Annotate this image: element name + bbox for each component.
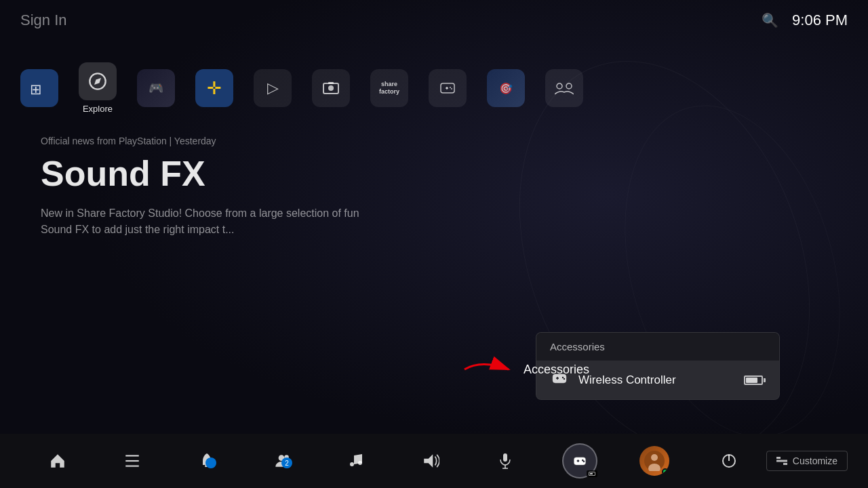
nav-icon-gaming [429, 69, 467, 107]
taskbar-music[interactable] [319, 452, 393, 470]
taskbar-library[interactable] [95, 452, 170, 470]
taskbar-power[interactable] [692, 452, 766, 470]
taskbar-accessories[interactable] [542, 443, 617, 479]
nav-item-all[interactable]: ⊞ [20, 69, 58, 107]
customize-label: Customize [793, 455, 837, 466]
nav-item-game2[interactable]: 🎯 [487, 69, 525, 107]
news-description: New in Share Factory Studio! Choose from… [41, 205, 380, 238]
nav-item-gaming[interactable] [429, 69, 467, 107]
nav-item-psapp[interactable]: ▷ [254, 69, 292, 107]
nav-icon-psplus: ✛ [195, 69, 233, 107]
news-title: Sound FX [41, 155, 380, 193]
customize-area: Customize [766, 451, 848, 471]
svg-point-10 [451, 88, 452, 89]
svg-rect-20 [125, 455, 139, 456]
svg-rect-30 [503, 453, 507, 462]
news-meta: Official news from PlayStation | Yesterd… [41, 136, 380, 146]
taskbar: 2 [0, 434, 868, 488]
nav-label-explore: Explore [83, 104, 113, 114]
taskbar-profile[interactable] [617, 446, 692, 476]
topbar: Sign In 🔍 9:06 PM [0, 0, 868, 41]
taskbar-friends[interactable]: 2 [244, 452, 319, 470]
svg-rect-5 [328, 82, 334, 84]
nav-item-explore[interactable]: Explore [79, 62, 117, 114]
avatar [639, 446, 669, 476]
nav-icon-psapp: ▷ [254, 69, 292, 107]
svg-point-12 [566, 83, 572, 89]
taskbar-home[interactable] [20, 452, 95, 470]
svg-point-28 [358, 461, 362, 465]
battery-indicator [744, 375, 766, 385]
svg-point-38 [583, 461, 585, 463]
taskbar-notifications[interactable] [170, 452, 244, 470]
svg-rect-45 [776, 460, 787, 462]
nav-icon-all: ⊞ [20, 69, 58, 107]
nav-icon-explore [79, 62, 117, 100]
svg-point-9 [450, 87, 451, 88]
nav-item-group[interactable] [545, 69, 583, 107]
svg-point-27 [350, 462, 354, 466]
svg-rect-46 [783, 463, 787, 465]
topbar-title: Sign In [20, 12, 67, 29]
svg-rect-22 [125, 466, 139, 467]
nav-icon-sharefactory: sharefactory [370, 69, 408, 107]
svg-marker-29 [424, 454, 433, 468]
svg-rect-44 [776, 457, 781, 459]
nav-icon-screenshot [312, 69, 350, 107]
taskbar-mic[interactable] [468, 452, 542, 470]
nav-icon-group [545, 69, 583, 107]
controller-label: Wireless Controller [578, 373, 734, 387]
nav-item-game[interactable]: 🎮 [137, 69, 175, 107]
svg-marker-2 [94, 78, 101, 85]
nav-item-screenshot[interactable] [312, 69, 350, 107]
arrow-icon [461, 356, 515, 383]
search-icon[interactable]: 🔍 [762, 12, 778, 28]
svg-point-4 [328, 85, 334, 91]
taskbar-sound[interactable] [393, 452, 468, 470]
nav-row: ⊞ Explore 🎮 ✛ ▷ [0, 61, 868, 115]
svg-point-40 [651, 454, 658, 461]
nav-icon-game2: 🎯 [487, 69, 525, 107]
svg-text:⊞: ⊞ [30, 81, 42, 97]
svg-rect-21 [125, 460, 139, 462]
svg-point-11 [557, 83, 562, 89]
accessories-mini-battery [587, 470, 597, 477]
accessories-circle-btn [562, 443, 597, 479]
main-content: Official news from PlayStation | Yesterd… [41, 136, 380, 238]
nav-icon-game: 🎮 [137, 69, 175, 107]
customize-button[interactable]: Customize [766, 451, 848, 471]
notification-badge [205, 458, 216, 468]
arrow-label: Accessories [524, 363, 589, 377]
arrow-annotation: Accessories [461, 356, 589, 383]
friends-badge: 2 [281, 458, 292, 468]
nav-item-sharefactory[interactable]: sharefactory [370, 69, 408, 107]
online-indicator [662, 468, 669, 475]
clock: 9:06 PM [792, 12, 848, 29]
nav-item-psplus[interactable]: ✛ [195, 69, 233, 107]
